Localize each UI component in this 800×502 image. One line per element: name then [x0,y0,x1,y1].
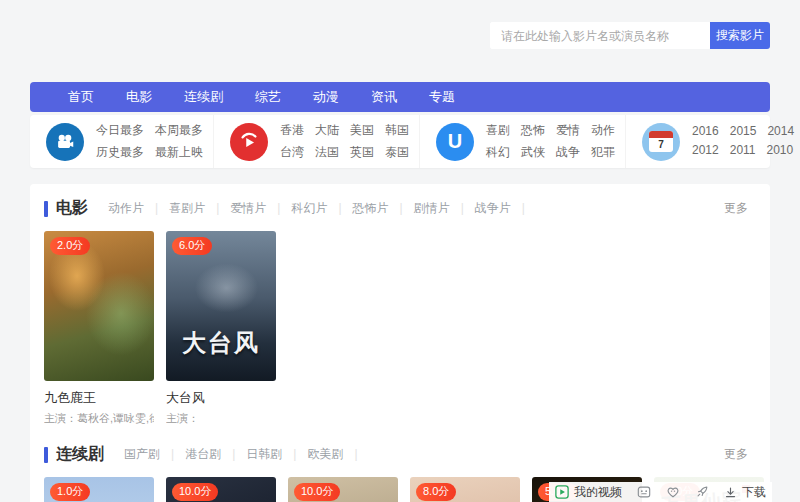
series-poster: 10.0分 [166,477,276,502]
filter-link[interactable]: 法国 [315,144,339,161]
series-card[interactable]: 1.0分 [44,477,154,502]
filter-link[interactable]: 本周最多 [155,122,203,139]
filter-link[interactable]: 恐怖 [521,122,545,139]
nav-item-movies[interactable]: 电影 [110,82,168,112]
filter-link[interactable]: 动作 [591,122,615,139]
score-badge: 2.0分 [50,237,90,255]
series-tab[interactable]: 国产剧 [124,446,185,463]
filter-link[interactable]: 今日最多 [96,122,144,139]
movies-section-header: 电影 动作片 喜剧片 爱情片 科幻片 恐怖片 剧情片 战争片 更多 [40,198,760,219]
filter-link[interactable]: 2014 [767,124,794,138]
series-tabs: 国产剧 港台剧 日韩剧 欧美剧 [124,446,369,463]
filter-link[interactable]: 美国 [350,122,374,139]
sticker-face-icon[interactable] [637,485,651,499]
nav-item-anime[interactable]: 动漫 [297,82,355,112]
movie-poster: 2.0分 [44,231,154,381]
movie-poster: 6.0分 大台风 [166,231,276,381]
filter-link[interactable]: 2015 [730,124,757,138]
score-badge: 1.0分 [50,483,90,501]
search-button[interactable]: 搜索影片 [710,22,770,49]
movies-section-title: 电影 [44,198,88,219]
search-input[interactable] [490,22,710,49]
filter-link[interactable]: 韩国 [385,122,409,139]
rank-links: 今日最多 本周最多 历史最多 最新上映 [96,122,203,161]
score-badge: 6.0分 [172,237,212,255]
series-poster: 10.0分 [288,477,398,502]
download-icon [724,486,737,499]
series-tab[interactable]: 欧美剧 [307,446,368,463]
main-nav: 首页 电影 连续剧 综艺 动漫 资讯 专题 [30,82,770,112]
filter-link[interactable]: 香港 [280,122,304,139]
filter-link[interactable]: 犯罪 [591,144,615,161]
series-card[interactable]: 10.0分 [166,477,276,502]
movie-title: 大台风 [166,389,276,407]
filter-link[interactable]: 历史最多 [96,144,144,161]
nav-item-variety[interactable]: 综艺 [239,82,297,112]
series-poster: 8.0分 [410,477,520,502]
series-more-link[interactable]: 更多 [724,446,756,463]
series-card[interactable]: 8.0分 [410,477,520,502]
nav-item-topics[interactable]: 专题 [413,82,471,112]
movie-camera-icon [46,123,84,161]
search-box: 搜索影片 [490,22,770,49]
u-logo-icon: U [436,123,474,161]
filter-group-year: 7 2016 2015 2014 2013 2012 2011 2010 其他 [626,115,800,168]
browser-video-toolbar: 我的视频 [549,482,772,502]
series-section-header: 连续剧 国产剧 港台剧 日韩剧 欧美剧 更多 [40,444,760,465]
movie-tab[interactable]: 动作片 [108,200,169,217]
movie-title: 九色鹿王 [44,389,154,407]
movie-card[interactable]: 6.0分 大台风 大台风 主演： [166,231,276,426]
filter-group-rank: 今日最多 本周最多 历史最多 最新上映 [30,115,214,168]
movie-cast: 主演：葛秋谷,谭咏雯,徐... [44,411,154,426]
filter-link[interactable]: 泰国 [385,144,409,161]
series-poster: 1.0分 [44,477,154,502]
nav-item-home[interactable]: 首页 [52,82,110,112]
content-panel: 电影 动作片 喜剧片 爱情片 科幻片 恐怖片 剧情片 战争片 更多 2.0分 [30,184,770,502]
movie-tab[interactable]: 剧情片 [414,200,475,217]
nav-item-series[interactable]: 连续剧 [168,82,239,112]
score-badge: 10.0分 [172,483,218,501]
filter-link[interactable]: 最新上映 [155,144,203,161]
play-circle-icon [230,123,268,161]
movie-tab[interactable]: 战争片 [475,200,536,217]
filter-link[interactable]: 爱情 [556,122,580,139]
movies-tabs: 动作片 喜剧片 爱情片 科幻片 恐怖片 剧情片 战争片 [108,200,536,217]
movie-card[interactable]: 2.0分 九色鹿王 主演：葛秋谷,谭咏雯,徐... [44,231,154,426]
play-video-icon [555,485,569,499]
filter-link[interactable]: 2012 [692,143,719,160]
my-videos-label: 我的视频 [574,484,622,501]
filter-panel: 今日最多 本周最多 历史最多 最新上映 [30,115,770,168]
filter-link[interactable]: 2011 [730,143,756,160]
series-section-title: 连续剧 [44,444,104,465]
rocket-icon[interactable] [695,485,709,499]
series-tab[interactable]: 港台剧 [185,446,246,463]
filter-link[interactable]: 2016 [692,124,719,138]
poster-title-text: 大台风 [166,327,276,359]
movie-tab[interactable]: 爱情片 [230,200,291,217]
movie-tab[interactable]: 科幻片 [291,200,352,217]
my-videos-button[interactable]: 我的视频 [555,484,622,501]
series-card[interactable]: 10.0分 [288,477,398,502]
heart-face-icon[interactable] [666,485,680,499]
region-links: 香港 大陆 美国 韩国 台湾 法国 英国 泰国 [280,122,409,161]
nav-item-news[interactable]: 资讯 [355,82,413,112]
filter-link[interactable]: 科幻 [486,144,510,161]
filter-link[interactable]: 大陆 [315,122,339,139]
score-badge: 10.0分 [294,483,340,501]
download-button[interactable]: 下载 [724,484,766,501]
series-tab[interactable]: 日韩剧 [246,446,307,463]
movie-tab[interactable]: 喜剧片 [169,200,230,217]
filter-link[interactable]: 英国 [350,144,374,161]
filter-link[interactable]: 喜剧 [486,122,510,139]
filter-link[interactable]: 2010 [767,143,794,160]
movies-more-link[interactable]: 更多 [724,200,756,217]
movies-cards-row: 2.0分 九色鹿王 主演：葛秋谷,谭咏雯,徐... 6.0分 大台风 大台风 主… [40,231,760,426]
movie-tab[interactable]: 恐怖片 [353,200,414,217]
filter-link[interactable]: 台湾 [280,144,304,161]
filter-link[interactable]: 武侠 [521,144,545,161]
filter-link[interactable]: 战争 [556,144,580,161]
year-links: 2016 2015 2014 2013 2012 2011 2010 其他 [692,124,800,160]
score-badge: 8.0分 [416,483,456,501]
movie-cast: 主演： [166,411,276,426]
download-label: 下载 [742,484,766,501]
